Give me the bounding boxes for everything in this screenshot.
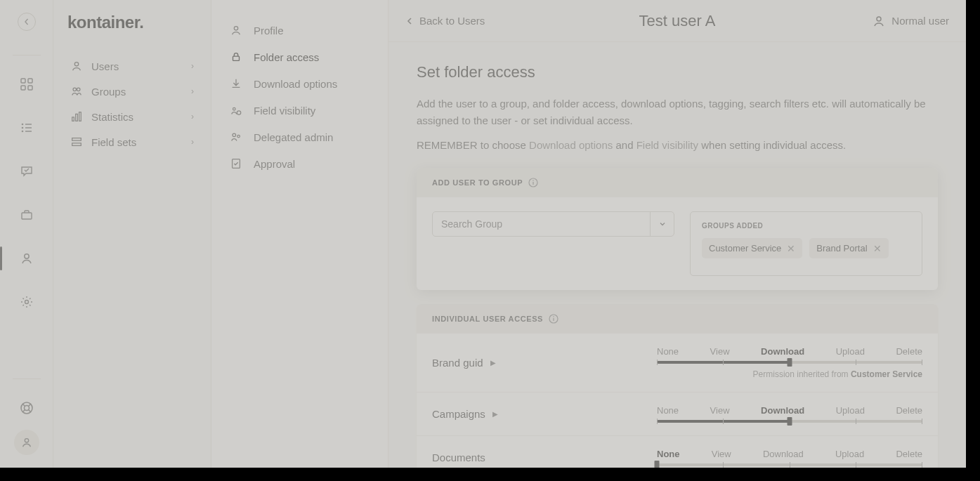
slider-label: None xyxy=(657,346,679,357)
logo: kontainer. xyxy=(67,13,197,32)
rail-user-icon[interactable] xyxy=(12,244,41,273)
sidebar-item-groups[interactable]: Groups › xyxy=(67,79,197,104)
sidebar-item-field-sets[interactable]: Field sets › xyxy=(67,129,197,154)
svg-point-8 xyxy=(21,131,23,133)
delegated-icon xyxy=(230,131,247,143)
svg-rect-10 xyxy=(22,213,32,219)
sidebar-item-label: Groups xyxy=(91,86,126,98)
individual-access-panel: INDIVIDUAL USER ACCESS Brand guid ▶ None… xyxy=(417,304,938,468)
icon-rail xyxy=(0,0,53,468)
svg-point-38 xyxy=(533,180,534,181)
search-group-input[interactable] xyxy=(433,218,650,230)
svg-line-15 xyxy=(22,404,25,407)
subnav-label: Field visibility xyxy=(254,105,315,117)
rail-help-icon[interactable] xyxy=(12,393,41,423)
search-group-dropdown[interactable] xyxy=(650,212,674,236)
back-to-users-link[interactable]: Back to Users xyxy=(405,15,485,27)
groups-added-box: GROUPS ADDED Customer Service ✕ Brand Po… xyxy=(690,211,922,276)
access-row: Documents NoneViewDownloadUploadDelete xyxy=(417,436,938,468)
slider-label: Upload xyxy=(835,449,864,459)
page-title: Test user A xyxy=(639,12,716,30)
svg-point-32 xyxy=(233,133,236,137)
user-role-badge[interactable]: Normal user xyxy=(872,14,949,28)
chip-remove-icon[interactable]: ✕ xyxy=(787,244,795,253)
sidebar-item-label: Field sets xyxy=(91,136,136,148)
avatar-icon xyxy=(20,436,33,449)
expand-icon[interactable]: ▶ xyxy=(490,359,496,367)
svg-point-22 xyxy=(77,88,80,91)
rail-avatar[interactable] xyxy=(14,430,39,455)
subnav-label: Approval xyxy=(254,158,295,170)
expand-icon[interactable]: ▶ xyxy=(492,410,498,418)
rail-briefcase-icon[interactable] xyxy=(12,200,41,230)
svg-point-12 xyxy=(25,301,28,304)
sidebar-item-users[interactable]: Users › xyxy=(67,53,197,79)
folder-name: Documents xyxy=(432,452,657,463)
user-icon xyxy=(70,60,86,72)
permission-slider[interactable]: NoneViewDownloadUploadDelete xyxy=(657,449,922,466)
info-icon[interactable] xyxy=(549,314,558,324)
back-link-label: Back to Users xyxy=(419,15,485,27)
lifebuoy-icon xyxy=(19,400,34,416)
panel-title: INDIVIDUAL USER ACCESS xyxy=(432,315,543,323)
chip-label: Customer Service xyxy=(709,243,781,253)
sidebar-item-label: Users xyxy=(91,60,119,72)
approval-icon xyxy=(230,157,247,170)
svg-rect-29 xyxy=(233,56,240,60)
rail-approve-icon[interactable] xyxy=(12,157,41,186)
svg-rect-1 xyxy=(28,79,32,83)
subnav-field-visibility[interactable]: Field visibility xyxy=(226,97,374,124)
subnav-folder-access[interactable]: Folder access xyxy=(226,44,374,70)
svg-line-18 xyxy=(28,410,31,413)
field-visibility-link[interactable]: Field visibility xyxy=(636,139,698,151)
chevron-right-icon: › xyxy=(191,112,194,121)
grid-icon xyxy=(20,77,34,91)
svg-point-4 xyxy=(21,124,23,126)
chevron-down-icon xyxy=(659,220,666,228)
chip-remove-icon[interactable]: ✕ xyxy=(873,244,882,253)
slider-label: None xyxy=(657,449,680,459)
chevron-right-icon: › xyxy=(191,86,194,96)
slider-label: Delete xyxy=(896,449,922,459)
panel-title: ADD USER TO GROUP xyxy=(432,178,523,187)
fieldsets-icon xyxy=(70,136,86,148)
chip-label: Brand Portal xyxy=(816,243,867,253)
slider-label: View xyxy=(710,405,730,416)
svg-point-41 xyxy=(553,316,554,317)
content-heading: Set folder access xyxy=(417,63,938,81)
svg-point-21 xyxy=(73,88,77,91)
panel-header: INDIVIDUAL USER ACCESS xyxy=(417,304,938,334)
inherit-note: Permission inherited from Customer Servi… xyxy=(657,369,922,379)
rail-list-icon[interactable] xyxy=(12,113,41,143)
eye-icon xyxy=(230,104,247,117)
slider-label: Delete xyxy=(896,346,922,357)
secondary-sidebar: Profile Folder access Download options F… xyxy=(211,0,388,468)
permission-slider[interactable]: NoneViewDownloadUploadDelete xyxy=(657,405,922,423)
slider-label: Download xyxy=(761,405,804,416)
chevron-right-icon: › xyxy=(191,137,194,147)
permission-slider[interactable]: NoneViewDownloadUploadDelete Permission … xyxy=(657,346,922,379)
rail-settings-icon[interactable] xyxy=(12,287,41,317)
subnav-delegated-admin[interactable]: Delegated admin xyxy=(226,124,374,150)
access-row: Brand guid ▶ NoneViewDownloadUploadDelet… xyxy=(417,334,938,393)
subnav-download-options[interactable]: Download options xyxy=(226,70,374,97)
subnav-approval[interactable]: Approval xyxy=(226,150,374,177)
content-remember: REMEMBER to choose Download options and … xyxy=(417,139,938,151)
svg-point-20 xyxy=(74,62,78,66)
download-options-link[interactable]: Download options xyxy=(529,139,613,151)
subnav-profile[interactable]: Profile xyxy=(226,17,374,44)
svg-rect-26 xyxy=(72,138,81,141)
svg-rect-23 xyxy=(72,117,74,121)
groups-icon xyxy=(70,85,86,98)
sidebar-item-statistics[interactable]: Statistics › xyxy=(67,104,197,129)
access-row: Campaigns ▶ NoneViewDownloadUploadDelete xyxy=(417,393,938,436)
slider-label: Upload xyxy=(836,405,865,416)
folder-name: Brand guid ▶ xyxy=(432,357,657,369)
primary-sidebar: kontainer. Users › Groups › Statistics ›… xyxy=(53,0,211,468)
svg-rect-25 xyxy=(79,112,81,121)
svg-point-31 xyxy=(237,111,240,114)
rail-grid-icon[interactable] xyxy=(12,70,41,99)
info-icon[interactable] xyxy=(528,178,538,187)
svg-point-19 xyxy=(25,439,28,442)
rail-back-button[interactable] xyxy=(18,13,36,31)
